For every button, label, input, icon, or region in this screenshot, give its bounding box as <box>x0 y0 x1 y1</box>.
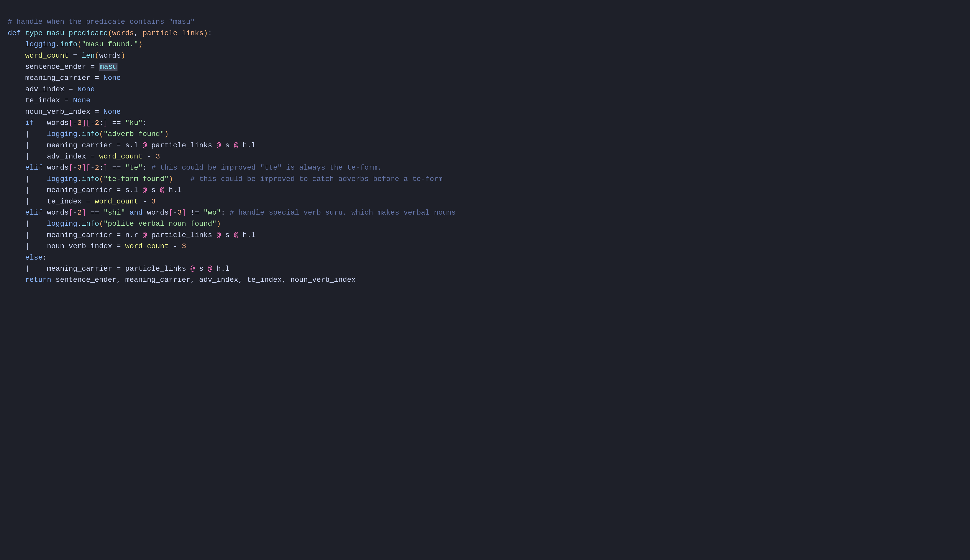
sentence-ender-assign: sentence_ender <box>25 63 86 71</box>
te-index-assign: te_index <box>25 97 60 105</box>
code-editor: # handle when the predicate contains "ma… <box>8 5 962 286</box>
noun-verb-index-assign-2: noun_verb_index <box>47 242 112 250</box>
meaning-carrier-assign-3: meaning_carrier <box>47 186 112 194</box>
elif-keyword-1: elif <box>25 164 42 172</box>
meaning-carrier-assign-2: meaning_carrier <box>47 142 112 150</box>
comment-line: # handle when the predicate contains "ma… <box>8 18 195 26</box>
logging-call-4: logging <box>47 220 77 228</box>
function-name: type_masu_predicate <box>25 29 108 37</box>
te-index-assign-2: te_index <box>47 198 82 205</box>
meaning-carrier-assign-5: meaning_carrier <box>47 265 112 273</box>
def-keyword: def <box>8 29 21 37</box>
noun-verb-index-assign: noun_verb_index <box>25 108 90 116</box>
adv-index-assign-2: adv_index <box>47 153 86 160</box>
meaning-carrier-assign-4: meaning_carrier <box>47 231 112 239</box>
word-count-assign: word_count <box>25 52 69 60</box>
logging-call-1: logging <box>25 40 56 48</box>
return-keyword: return <box>25 276 51 284</box>
logging-call-2: logging <box>47 130 77 138</box>
if-keyword: if <box>25 119 34 127</box>
logging-call-3: logging <box>47 175 77 183</box>
adv-index-assign: adv_index <box>25 85 64 93</box>
meaning-carrier-assign-1: meaning_carrier <box>25 74 90 82</box>
elif-keyword-2: elif <box>25 208 42 217</box>
else-keyword: else <box>25 253 42 262</box>
